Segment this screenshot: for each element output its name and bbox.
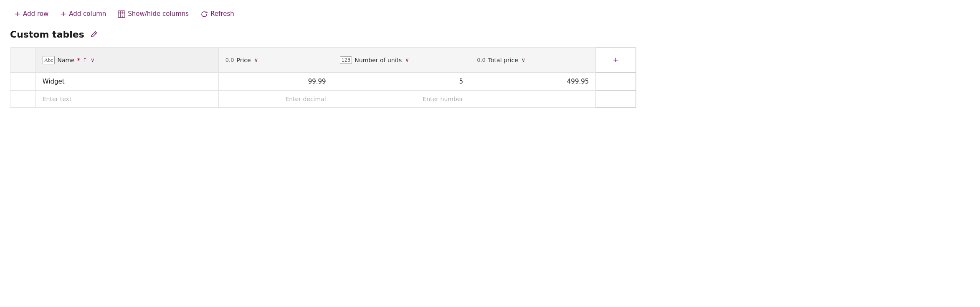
chevron-down-units-icon[interactable]: ∨ <box>405 57 409 63</box>
refresh-icon <box>200 9 208 18</box>
price-cell[interactable]: 99.99 <box>218 73 333 91</box>
new-row-add-col-cell <box>596 91 636 108</box>
custom-tables-table: Abc Name * ↑ ∨ 0.0 Price ∨ <box>10 47 636 108</box>
abc-icon: Abc <box>43 56 55 64</box>
chevron-down-price-icon[interactable]: ∨ <box>254 57 258 63</box>
toolbar: + Add row + Add column Show/hide columns… <box>10 7 970 20</box>
units-col-label: Number of units <box>355 57 402 63</box>
refresh-button[interactable]: Refresh <box>196 7 238 20</box>
num-icon: 123 <box>340 56 352 64</box>
svg-rect-0 <box>118 11 125 18</box>
total-cell[interactable]: 499.95 <box>470 73 596 91</box>
edit-title-button[interactable] <box>89 29 99 40</box>
table-icon <box>118 9 125 18</box>
name-cell[interactable]: Widget <box>35 73 218 91</box>
price-prefix: 0.0 <box>225 57 234 63</box>
name-col-header-inner[interactable]: Abc Name * ↑ ∨ <box>43 56 212 64</box>
show-hide-label: Show/hide columns <box>128 10 189 18</box>
new-row: Enter text Enter decimal Enter number <box>10 91 636 108</box>
new-row-units-cell[interactable]: Enter number <box>333 91 470 108</box>
new-row-total-cell <box>470 91 596 108</box>
table-header-row: Abc Name * ↑ ∨ 0.0 Price ∨ <box>10 48 636 73</box>
chevron-down-total-icon[interactable]: ∨ <box>522 57 526 63</box>
total-value: 499.95 <box>567 78 589 85</box>
table-row: Widget 99.99 5 499.95 <box>10 73 636 91</box>
svg-line-4 <box>94 33 96 34</box>
pencil-icon <box>90 30 98 38</box>
name-col-label: Name <box>57 57 74 63</box>
plus-icon-col: + <box>60 9 66 18</box>
name-value: Widget <box>43 78 65 85</box>
column-header-units[interactable]: 123 Number of units ∨ <box>333 48 470 73</box>
price-value: 99.99 <box>308 78 326 85</box>
plus-icon: + <box>14 9 20 18</box>
total-col-header-inner[interactable]: 0.0 Total price ∨ <box>477 57 589 63</box>
sort-asc-icon[interactable]: ↑ <box>83 57 87 63</box>
add-column-header[interactable]: + <box>596 48 636 73</box>
add-column-header-button[interactable]: + <box>608 53 623 67</box>
new-row-name-placeholder: Enter text <box>43 96 72 102</box>
total-col-label: Total price <box>488 57 518 63</box>
add-row-label: Add row <box>23 10 48 18</box>
add-column-label: Add column <box>69 10 106 18</box>
new-row-price-cell[interactable]: Enter decimal <box>218 91 333 108</box>
refresh-label: Refresh <box>210 10 234 18</box>
data-table: Abc Name * ↑ ∨ 0.0 Price ∨ <box>10 48 636 108</box>
show-hide-columns-button[interactable]: Show/hide columns <box>114 7 193 20</box>
row-select-header <box>10 48 35 73</box>
new-row-price-placeholder: Enter decimal <box>285 96 326 102</box>
add-column-button[interactable]: + Add column <box>56 7 110 20</box>
new-row-name-cell[interactable]: Enter text <box>35 91 218 108</box>
units-cell[interactable]: 5 <box>333 73 470 91</box>
column-header-name[interactable]: Abc Name * ↑ ∨ <box>35 48 218 73</box>
total-prefix: 0.0 <box>477 57 486 63</box>
units-col-header-inner[interactable]: 123 Number of units ∨ <box>340 56 463 64</box>
price-col-label: Price <box>237 57 251 63</box>
required-indicator: * <box>77 57 80 63</box>
chevron-down-icon[interactable]: ∨ <box>91 57 95 63</box>
price-col-header-inner[interactable]: 0.0 Price ∨ <box>225 57 326 63</box>
new-row-select-cell <box>10 91 35 108</box>
row-add-col-cell <box>596 73 636 91</box>
column-header-total[interactable]: 0.0 Total price ∨ <box>470 48 596 73</box>
row-select-cell <box>10 73 35 91</box>
page-title: Custom tables <box>10 29 84 40</box>
column-header-price[interactable]: 0.0 Price ∨ <box>218 48 333 73</box>
units-value: 5 <box>459 78 463 85</box>
add-row-button[interactable]: + Add row <box>10 7 53 20</box>
page-title-row: Custom tables <box>10 29 970 40</box>
new-row-units-placeholder: Enter number <box>423 96 463 102</box>
